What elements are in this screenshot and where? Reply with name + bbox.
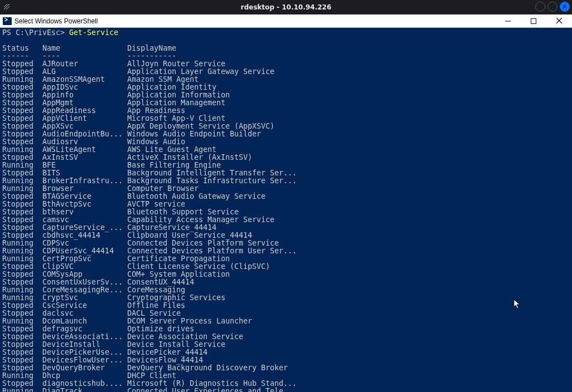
svg-rect-1 <box>531 18 536 23</box>
powershell-icon <box>3 17 12 25</box>
outer-close-button[interactable] <box>560 2 570 12</box>
maximize-button[interactable] <box>521 14 546 27</box>
prompt-path: PS C:\PrivEsc> <box>2 28 69 37</box>
outer-maximize-button[interactable] <box>547 2 558 12</box>
close-button[interactable] <box>546 14 572 27</box>
terminal-output[interactable]: PS C:\PrivEsc> Get-Service Status Name D… <box>0 28 572 392</box>
window-title: Select Windows PowerShell <box>14 17 495 25</box>
outer-minimize-button[interactable] <box>535 2 545 12</box>
windows-titlebar[interactable]: Select Windows PowerShell <box>0 14 572 28</box>
linux-titlebar: rdesktop - 10.10.94.226 <box>0 0 572 14</box>
outer-window-title: rdesktop - 10.10.94.226 <box>241 3 332 11</box>
command-text: Get-Service <box>69 28 118 37</box>
minimize-button[interactable] <box>495 14 521 27</box>
resize-grip-icon[interactable] <box>3 3 10 12</box>
